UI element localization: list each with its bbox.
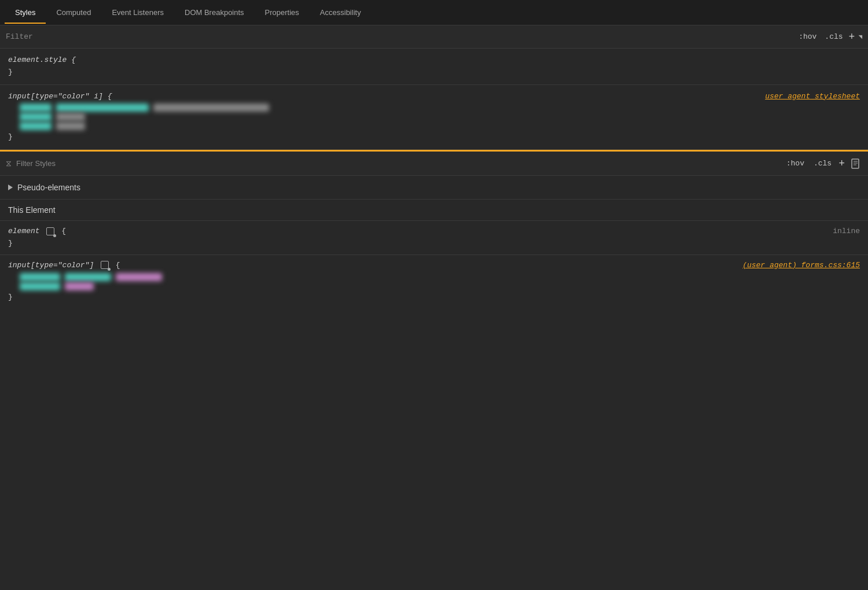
hov-button-bottom[interactable]: :hov — [784, 158, 807, 169]
add-style-button[interactable]: + — [849, 32, 855, 42]
blur-b1b — [65, 273, 111, 281]
inspect-icon-2[interactable] — [101, 261, 109, 269]
blur-prop-1c — [153, 104, 269, 112]
cls-button[interactable]: .cls — [822, 31, 845, 42]
blur-prop-1a — [20, 104, 52, 112]
element-brace-open: { — [61, 227, 66, 235]
element-style-section: element.style { } — [0, 49, 868, 85]
inspect-icon[interactable] — [46, 227, 54, 235]
filter-buttons: :hov .cls + ◥ — [796, 31, 862, 42]
blur-prop-2b — [56, 113, 85, 121]
filter-styles-bar: ⧖ Filter Styles :hov .cls + — [0, 152, 868, 176]
blur-b1a — [20, 273, 60, 281]
input-color2-selector: input[type="color"] — [8, 261, 94, 270]
input-color-close: } — [8, 131, 860, 143]
element-selector-line: element { inline — [8, 226, 860, 238]
inline-label: inline — [833, 226, 860, 238]
tab-accessibility[interactable]: Accessibility — [310, 2, 372, 23]
filter-input[interactable] — [6, 32, 792, 41]
svg-rect-0 — [852, 159, 859, 168]
input-color-section: input[type="color" i] { user agent style… — [0, 85, 868, 150]
blur-b2a — [20, 282, 60, 290]
input-color2-brace-open: { — [116, 261, 120, 270]
add-style-button-bottom[interactable]: + — [838, 158, 845, 169]
tab-properties[interactable]: Properties — [255, 2, 310, 23]
blur-prop-3a — [20, 122, 52, 130]
blur-b1c — [116, 273, 162, 281]
input-color2-selector-line: input[type="color"] { (user agent) forms… — [8, 260, 860, 272]
blurred-line-b1 — [8, 273, 860, 281]
element-close-brace: } — [8, 238, 860, 250]
tab-bar: Styles Computed Event Listeners DOM Brea… — [0, 0, 868, 25]
last-section: input[type="color"] { (user agent) forms… — [0, 255, 868, 308]
tab-computed[interactable]: Computed — [46, 2, 101, 23]
tab-event-listeners[interactable]: Event Listeners — [101, 2, 174, 23]
element-keyword: element — [8, 227, 40, 235]
filter-icon: ⧖ — [6, 159, 12, 168]
new-stylesheet-button[interactable] — [849, 157, 862, 170]
element-section: element { inline } — [0, 221, 868, 255]
blur-prop-1b — [56, 104, 149, 112]
expand-icon — [8, 185, 13, 190]
filter-styles-label: Filter Styles — [16, 159, 56, 168]
selector-line: input[type="color" i] { user agent style… — [8, 91, 860, 103]
input-color2-selector-wrap: input[type="color"] { — [8, 260, 120, 272]
element-style-selector: element.style { — [8, 54, 860, 67]
tab-styles[interactable]: Styles — [5, 2, 46, 23]
element-style-close: } — [8, 67, 860, 79]
cls-button-bottom[interactable]: .cls — [811, 158, 834, 169]
blurred-line-2 — [8, 113, 860, 121]
filter-bar-top: :hov .cls + ◥ — [0, 25, 868, 49]
user-agent-stylesheet-link[interactable]: user agent stylesheet — [765, 91, 860, 103]
blur-b2b — [65, 282, 94, 290]
bottom-panel: ⧖ Filter Styles :hov .cls + Pseudo-eleme… — [0, 152, 868, 308]
blurred-line-1 — [8, 104, 860, 112]
pseudo-elements-label: Pseudo-elements — [17, 183, 80, 192]
element-selector-text: element { — [8, 226, 66, 238]
input-color-selector: input[type="color" i] { — [8, 91, 112, 103]
pseudo-elements-row[interactable]: Pseudo-elements — [0, 176, 868, 200]
tab-dom-breakpoints[interactable]: DOM Breakpoints — [174, 2, 255, 23]
blur-prop-3b — [56, 122, 85, 130]
blur-prop-2a — [20, 113, 52, 121]
blurred-line-b2 — [8, 282, 860, 290]
filter-styles-right: :hov .cls + — [784, 157, 862, 170]
this-element-heading: This Element — [0, 200, 868, 221]
forms-css-link[interactable]: (user agent) forms.css:615 — [742, 260, 860, 272]
input-color2-close: } — [8, 292, 860, 304]
hov-button[interactable]: :hov — [796, 31, 819, 42]
corner-indicator: ◥ — [858, 33, 862, 40]
blurred-line-3 — [8, 122, 860, 130]
